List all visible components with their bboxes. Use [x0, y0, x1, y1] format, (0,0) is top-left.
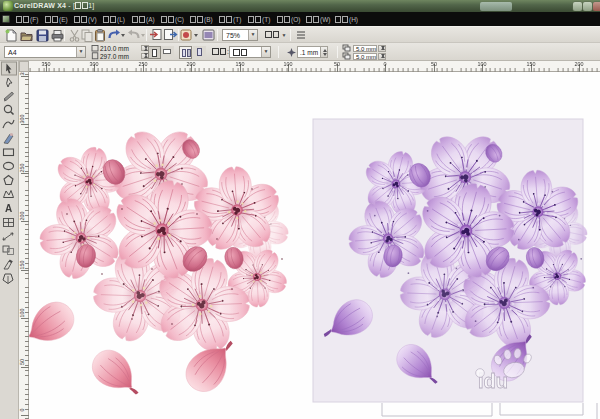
svg-text:A: A — [5, 203, 12, 214]
